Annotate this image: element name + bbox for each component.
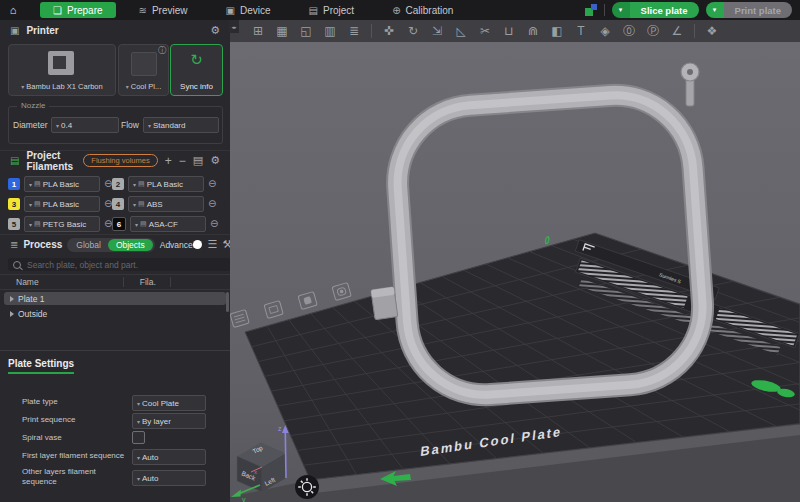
other-layers-sequence-select[interactable]: ▾Auto — [132, 470, 206, 486]
plate-label-icon[interactable]: Ⓟ — [641, 23, 665, 40]
printer-title: Printer — [26, 25, 58, 36]
expander-icon[interactable] — [10, 311, 14, 317]
scope-global-button[interactable]: Global — [69, 239, 108, 251]
list-scrollbar[interactable] — [226, 292, 229, 312]
remove-filament-6-icon[interactable]: ⊖ — [210, 219, 218, 229]
tree-row-outside[interactable]: Outside — [4, 307, 226, 320]
filament-slot-3: 3 ▾▤PLA Basic ⊖ — [8, 196, 112, 212]
assembly-view-icon[interactable]: ❖ — [700, 24, 724, 38]
flushing-volumes-button[interactable]: Flushing volumes — [83, 154, 157, 167]
param-list-icon[interactable]: ☰ — [208, 238, 218, 251]
flow-label: Flow — [121, 120, 139, 130]
filament-4-select[interactable]: ▾▤ABS — [128, 196, 204, 212]
process-header: ≣ Process Global Objects Advanced ☰ ⚒ — [0, 234, 230, 254]
expander-icon[interactable] — [10, 296, 14, 302]
move-icon[interactable]: ✜ — [377, 24, 401, 38]
printer-icon: ▣ — [10, 25, 19, 36]
print-plate-label: Print plate — [724, 2, 792, 18]
column-name: Name — [16, 277, 39, 287]
tab-label: Device — [240, 5, 271, 16]
viewport-3d-scene[interactable]: Bambu Cool Plate Sunnies S — [230, 42, 800, 502]
tab-preview[interactable]: ≋ Preview — [139, 5, 188, 16]
filament-1-badge[interactable]: 1 — [8, 178, 20, 190]
tab-label: Preview — [152, 5, 188, 16]
tab-calibration[interactable]: ⊕ Calibration — [392, 5, 453, 16]
plate-settings-title: Plate Settings — [8, 358, 74, 374]
print-sequence-select[interactable]: ▾By layer — [132, 413, 206, 429]
tab-label: Calibration — [406, 5, 454, 16]
auto-orient-icon[interactable]: ◱ — [294, 24, 318, 38]
bambu-studio-window: ⌂ ❏ Prepare ≋ Preview ▣ Device ▤ Project… — [0, 0, 800, 502]
first-layer-sequence-select[interactable]: ▾Auto — [132, 449, 206, 465]
left-sidebar: ▣ Printer ⚙ ▾Bambu Lab X1 Carbon ⓘ ▾Cool… — [0, 20, 231, 502]
spool-icon: ▤ — [138, 180, 145, 188]
remove-filament-icon[interactable]: − — [179, 154, 186, 168]
remove-filament-2-icon[interactable]: ⊖ — [208, 179, 216, 189]
filament-settings-gear-icon[interactable]: ⚙ — [210, 154, 220, 167]
add-plate-icon[interactable]: ▦ — [270, 24, 294, 38]
tab-device[interactable]: ▣ Device — [226, 5, 271, 16]
spool-icon: ▤ — [34, 180, 41, 188]
filaments-title: Project Filaments — [26, 150, 76, 172]
filament-2-select[interactable]: ▾▤PLA Basic — [128, 176, 204, 192]
filament-4-badge[interactable]: 4 — [112, 198, 124, 210]
axis-x-label: x — [254, 469, 257, 475]
printer-image — [48, 51, 74, 75]
object-table-header: Name Fila. — [0, 274, 230, 290]
tree-row-plate-1[interactable]: Plate 1 — [4, 292, 226, 305]
add-object-icon[interactable]: ⊞ — [246, 24, 270, 38]
add-filament-icon[interactable]: + — [165, 154, 172, 168]
ams-sync-icon[interactable]: ▤ — [193, 154, 203, 167]
measure-icon[interactable]: ∠ — [665, 24, 689, 38]
filament-1-select[interactable]: ▾▤PLA Basic — [24, 176, 100, 192]
filament-5-select[interactable]: ▾▤PETG Basic — [24, 216, 100, 232]
text-emboss-icon[interactable]: T — [569, 24, 593, 38]
variable-layer-height-icon[interactable]: ⓪ — [617, 23, 641, 40]
print-plate-button[interactable]: ▾ Print plate — [706, 2, 792, 18]
scale-icon[interactable]: ⇲ — [425, 24, 449, 38]
bed-name[interactable]: ▾Cool Pl... — [119, 82, 168, 91]
axis-z-label: z — [278, 425, 282, 432]
printer-name[interactable]: ▾Bambu Lab X1 Carbon — [9, 82, 115, 91]
tab-prepare[interactable]: ❏ Prepare — [40, 2, 116, 18]
filament-3-badge[interactable]: 3 — [8, 198, 20, 210]
info-icon[interactable]: ⓘ — [158, 45, 166, 56]
printer-settings-gear-icon[interactable]: ⚙ — [210, 24, 220, 37]
mesh-boolean-icon[interactable]: ⊔ — [497, 24, 521, 38]
print-dropdown-icon[interactable]: ▾ — [706, 2, 724, 18]
filament-3-select[interactable]: ▾▤PLA Basic — [24, 196, 100, 212]
spiral-vase-checkbox[interactable] — [132, 431, 145, 444]
search-input[interactable] — [25, 259, 227, 271]
filament-6-select[interactable]: ▾▤ASA-CF — [130, 216, 206, 232]
filament-2-badge[interactable]: 2 — [112, 178, 124, 190]
sync-info-button[interactable]: ↻ Sync info — [170, 44, 223, 96]
sidebar-collapse-handle[interactable]: ◂▸ — [229, 20, 239, 33]
nozzle-flow-select[interactable]: ▾Standard — [143, 117, 219, 133]
divider — [604, 4, 605, 16]
search-icon — [13, 261, 21, 269]
support-painting-icon[interactable]: ⋒ — [521, 24, 545, 38]
printer-card[interactable]: ▾Bambu Lab X1 Carbon — [8, 44, 116, 96]
slice-plate-button[interactable]: ▾ Slice plate — [612, 2, 699, 18]
filament-5-badge[interactable]: 5 — [8, 218, 20, 230]
scope-objects-button[interactable]: Objects — [108, 239, 153, 251]
remove-filament-4-icon[interactable]: ⊖ — [208, 199, 216, 209]
arrange-all-icon[interactable]: ▥ — [318, 24, 342, 38]
cut-icon[interactable]: ✂ — [473, 24, 497, 38]
plate-type-select[interactable]: ▾Cool Plate — [132, 395, 206, 411]
viewport-toolbar: ⊞▦◱▥≣✜↻⇲◺✂⊔⋒◧T◈⓪Ⓟ∠❖ — [230, 20, 800, 42]
home-icon[interactable]: ⌂ — [0, 4, 26, 16]
bed-card[interactable]: ⓘ ▾Cool Pl... — [118, 44, 169, 96]
lay-on-face-icon[interactable]: ◺ — [449, 24, 473, 38]
nozzle-diameter-select[interactable]: ▾0.4 — [51, 117, 119, 133]
bed-type-icon[interactable] — [585, 4, 597, 16]
filament-6-badge[interactable]: 6 — [112, 217, 126, 231]
tab-project[interactable]: ▤ Project — [309, 5, 355, 16]
slice-dropdown-icon[interactable]: ▾ — [612, 2, 630, 18]
spool-icon: ▤ — [140, 220, 147, 228]
seam-painting-icon[interactable]: ◈ — [593, 24, 617, 38]
split-view-icon[interactable]: ≣ — [342, 24, 366, 38]
color-painting-icon[interactable]: ◧ — [545, 24, 569, 38]
view-dial-button[interactable] — [295, 475, 319, 499]
rotate-icon[interactable]: ↻ — [401, 24, 425, 38]
